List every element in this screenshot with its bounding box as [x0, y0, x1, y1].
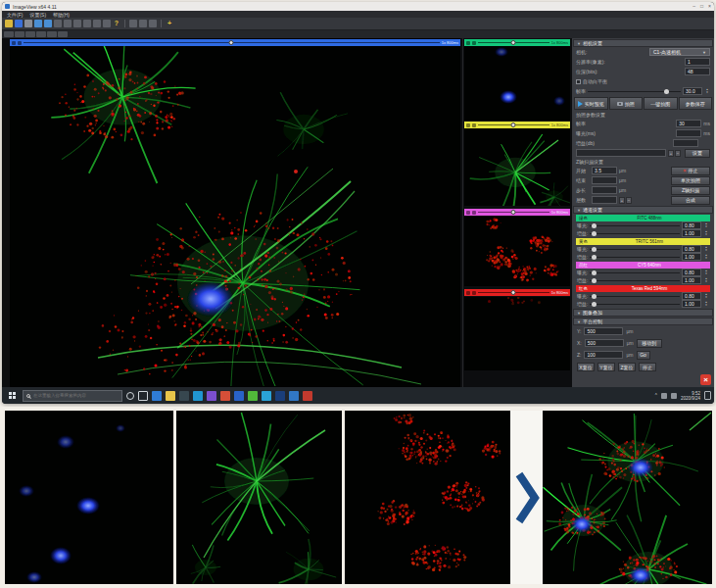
gain-slider[interactable]: [590, 304, 680, 305]
channel-magenta-bar[interactable]: 品红 CY5 640nm: [576, 262, 710, 269]
section-stage[interactable]: ▼ 平台控制: [573, 318, 713, 325]
thumbnail-red-channel[interactable]: [464, 217, 570, 286]
stepper[interactable]: ▴▾: [703, 254, 709, 260]
gain-value[interactable]: 1.00: [682, 300, 701, 308]
eraser-icon[interactable]: [54, 20, 62, 27]
gain-slider[interactable]: [590, 233, 680, 234]
exposure-slider[interactable]: [478, 42, 549, 43]
exposure-slider[interactable]: [590, 296, 680, 297]
bar-menu-icon[interactable]: [12, 41, 16, 45]
calculator-icon[interactable]: [289, 391, 299, 401]
word-icon[interactable]: [234, 391, 244, 401]
image-tab[interactable]: [4, 31, 14, 37]
close-button[interactable]: ×: [708, 2, 711, 11]
open-folder-icon[interactable]: [5, 20, 13, 27]
exposure-slider[interactable]: [24, 42, 440, 43]
bar-camera-icon[interactable]: [472, 123, 476, 127]
edge-icon[interactable]: [152, 391, 162, 401]
bit-depth-value[interactable]: 48: [685, 68, 710, 75]
slider-knob[interactable]: [592, 270, 597, 275]
bar-menu-icon[interactable]: [466, 211, 470, 215]
thumbnail-dark-channel[interactable]: [464, 297, 570, 370]
cap-row-value[interactable]: 30: [676, 120, 701, 127]
z-row-value[interactable]: [592, 176, 617, 184]
slider-knob[interactable]: [592, 255, 597, 260]
go-button[interactable]: Go: [637, 351, 650, 360]
exposure-value[interactable]: 0.80: [682, 221, 701, 229]
minus-button[interactable]: −: [675, 150, 681, 157]
image-tab[interactable]: [15, 31, 24, 37]
camera-select[interactable]: C1-高速相机 ▼: [649, 48, 710, 56]
cap-row-value[interactable]: [676, 129, 701, 137]
stage-stop-button[interactable]: 停止: [639, 363, 656, 371]
tray-caret-icon[interactable]: ^: [655, 393, 657, 398]
section-camera-settings[interactable]: ▼ 相机设置: [573, 39, 713, 47]
slider-knob[interactable]: [592, 231, 597, 236]
movies-icon[interactable]: [275, 391, 285, 401]
down-icon[interactable]: ▾: [705, 304, 707, 307]
colors-app-icon[interactable]: [220, 391, 230, 401]
z-scan-button[interactable]: Z轴扫描: [671, 186, 710, 195]
save-icon[interactable]: [15, 20, 23, 27]
channel-yellow-bar[interactable]: 黄色 TRITC 561nm: [576, 238, 710, 245]
gain-slider[interactable]: [590, 280, 680, 281]
exposure-slider[interactable]: [478, 292, 549, 293]
save-path-input[interactable]: [576, 149, 666, 157]
photos-icon[interactable]: [262, 391, 271, 401]
slider-knob[interactable]: [592, 294, 597, 299]
gain-slider[interactable]: [590, 257, 680, 258]
snap-button[interactable]: 拍照: [609, 97, 644, 110]
z-single-shot-button[interactable]: 单次拍照: [671, 176, 710, 185]
down-icon[interactable]: ▾: [705, 225, 707, 228]
help-icon[interactable]: ?: [113, 20, 120, 27]
slider-knob[interactable]: [229, 40, 234, 45]
stepper[interactable]: ▴▾: [703, 293, 709, 299]
down-icon[interactable]: ▾: [705, 257, 707, 260]
bar-camera-icon[interactable]: [472, 211, 476, 215]
exposure-value[interactable]: 0.80: [682, 292, 701, 300]
settings-gear-icon[interactable]: [103, 20, 111, 27]
reset-z-button[interactable]: Z复位: [618, 363, 636, 371]
bar-menu-icon[interactable]: [466, 123, 470, 127]
framerate-value[interactable]: 30.0: [683, 87, 702, 95]
exposure-slider[interactable]: [478, 212, 549, 213]
exposure-slider[interactable]: [590, 225, 680, 226]
bar-camera-icon[interactable]: [472, 291, 476, 295]
crosshair-icon[interactable]: +: [166, 20, 173, 27]
start-button[interactable]: [5, 387, 19, 404]
paint-icon[interactable]: [207, 391, 216, 401]
save-params-button[interactable]: 参数保存: [679, 97, 713, 110]
z-row-value[interactable]: 3.5: [592, 167, 617, 174]
stage-z-value[interactable]: 100: [584, 351, 623, 359]
bar-camera-icon[interactable]: [472, 41, 476, 45]
path-set-button[interactable]: 设置: [685, 149, 710, 158]
gain-value[interactable]: 1.00: [682, 276, 701, 284]
exposure-slider[interactable]: [590, 272, 680, 273]
main-canvas[interactable]: 1x 800ms: [10, 38, 460, 387]
stepper[interactable]: ▴▾: [703, 222, 709, 228]
stepper[interactable]: ▴▾: [703, 301, 709, 307]
slider-knob[interactable]: [511, 40, 516, 45]
mail-icon[interactable]: [193, 391, 203, 401]
image-tab[interactable]: [47, 31, 57, 37]
taskbar-search[interactable]: [23, 390, 122, 402]
z-merge-button[interactable]: 合成: [671, 196, 710, 205]
thumbnail-green-channel[interactable]: [464, 128, 570, 206]
framerate-stepper[interactable]: ▴ ▾: [704, 88, 710, 94]
cortana-icon[interactable]: [126, 392, 134, 400]
slider-knob[interactable]: [592, 278, 597, 283]
plus-button[interactable]: +: [668, 150, 674, 157]
z-stop-button[interactable]: × 停止: [671, 167, 710, 175]
down-icon[interactable]: ▾: [705, 272, 707, 275]
excel-icon[interactable]: [248, 391, 258, 401]
exposure-slider[interactable]: [478, 124, 549, 125]
image-next-icon[interactable]: [44, 20, 52, 27]
menu-help[interactable]: 帮助(H): [53, 12, 70, 18]
gain-value[interactable]: 1.00: [682, 253, 701, 261]
move-to-button[interactable]: 移动到: [637, 339, 662, 348]
undo-icon[interactable]: [139, 20, 147, 27]
section-channels[interactable]: ▼ 通道设置: [573, 206, 713, 214]
exposure-value[interactable]: 0.80: [682, 269, 701, 276]
slider-knob[interactable]: [511, 122, 516, 127]
notification-center-icon[interactable]: [704, 391, 711, 400]
